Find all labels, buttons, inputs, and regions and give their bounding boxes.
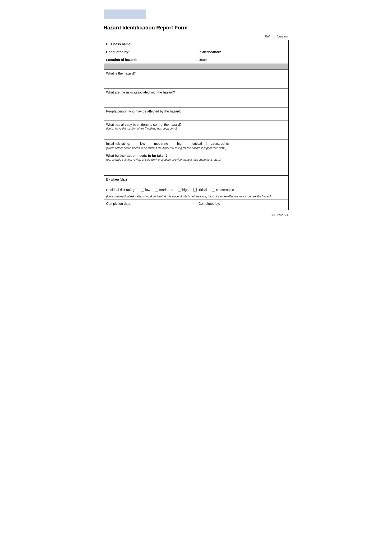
res-risk-low-checkbox[interactable] [141, 188, 144, 191]
completed-by-cell: Completed by: [196, 200, 289, 210]
further-action-label: What further action needs to be taken? [106, 154, 286, 158]
what-hazard-cell: What is the hazard? [104, 70, 288, 88]
control-done-note: (Note: leave this section blank if nothi… [106, 127, 286, 130]
risk-catastrophic-checkbox[interactable] [207, 142, 210, 145]
risks-label: What are the risks associated with the h… [106, 90, 175, 94]
page-title: Hazard Identification Report Form [104, 25, 289, 31]
risk-moderate-checkbox[interactable] [150, 142, 153, 145]
ref-label: Ref: [265, 35, 271, 38]
res-risk-moderate-checkbox[interactable] [155, 188, 158, 191]
residual-note-row: (Note: the residual risk rating should b… [104, 194, 288, 200]
res-risk-critical-checkbox[interactable] [193, 188, 197, 191]
what-hazard-row: What is the hazard? [104, 70, 288, 88]
date-cell: Date: [196, 56, 289, 64]
conducted-by-label: Conducted by: [106, 50, 129, 54]
risk-high-item: high [173, 142, 183, 146]
conducted-by-cell: Conducted by: [104, 48, 196, 56]
completion-date-cell: Completion date: [104, 200, 196, 210]
res-risk-catastrophic-label: catastrophic [216, 188, 234, 192]
residual-risk-label: Residual risk rating: [106, 188, 135, 192]
residual-risk-row: Residual risk rating: low moderate high … [104, 186, 288, 194]
risk-low-item: low [136, 142, 145, 146]
initial-risk-label: Initial risk rating: [106, 142, 130, 146]
location-date-row: Location of hazard: Date: [104, 56, 288, 64]
version-label: Version: [278, 35, 289, 38]
control-done-label: What has already been done to control th… [106, 123, 286, 126]
risk-moderate-item: moderate [150, 142, 168, 146]
res-risk-low-label: low [145, 188, 150, 192]
what-hazard-label: What is the hazard? [106, 71, 136, 75]
further-action-cell: What further action needs to be taken? (… [104, 152, 288, 175]
people-row: People/person who may be affected by the… [104, 108, 288, 121]
risk-moderate-label: moderate [154, 142, 168, 146]
residual-note-text: (Note: the residual risk rating should b… [106, 195, 272, 198]
completed-by-label: Completed by: [199, 202, 220, 205]
res-risk-moderate-item: moderate [155, 188, 173, 192]
in-attendance-label: In attendance: [199, 50, 221, 54]
form-table: Business name: Conducted by: In attendan… [104, 40, 289, 210]
res-risk-moderate-label: moderate [159, 188, 173, 192]
initial-risk-note: (Note: further action needs to be taken … [106, 146, 286, 150]
initial-risk-cell: Initial risk rating: low moderate high c… [104, 140, 288, 152]
res-risk-high-checkbox[interactable] [178, 188, 181, 191]
completion-date-label: Completion date: [106, 202, 131, 205]
grey-separator-cell [104, 64, 288, 70]
res-risk-low-item: low [141, 188, 150, 192]
by-when-row: By when (date): [104, 175, 288, 186]
risk-low-checkbox[interactable] [136, 142, 139, 145]
date-label: Date: [199, 58, 207, 62]
res-risk-critical-item: critical [193, 188, 207, 192]
res-risk-catastrophic-item: catastrophic [212, 188, 234, 192]
risk-critical-checkbox[interactable] [188, 142, 191, 145]
people-cell: People/person who may be affected by the… [104, 108, 288, 121]
location-label: Location of hazard: [106, 58, 137, 62]
people-label: People/person who may be affected by the… [106, 110, 181, 113]
business-name-row: Business name: [104, 40, 288, 48]
risks-cell: What are the risks associated with the h… [104, 88, 288, 108]
control-done-row: What has already been done to control th… [104, 121, 288, 140]
control-done-cell: What has already been done to control th… [104, 121, 288, 140]
risk-catastrophic-item: catastrophic [207, 142, 229, 146]
completion-row: Completion date: Completed by: [104, 200, 288, 210]
further-action-sublabel: (eg. provide training, review of safe wo… [106, 158, 286, 161]
conducted-attendance-row: Conducted by: In attendance: [104, 48, 288, 56]
residual-note-cell: (Note: the residual risk rating should b… [104, 194, 288, 200]
risk-catastrophic-label: catastrophic [211, 142, 229, 146]
by-when-label: By when (date): [106, 177, 129, 181]
further-action-row: What further action needs to be taken? (… [104, 152, 288, 175]
business-name-label: Business name: [106, 42, 132, 46]
residual-risk-options: Residual risk rating: low moderate high … [106, 188, 286, 192]
initial-risk-row: Initial risk rating: low moderate high c… [104, 140, 288, 152]
logo-placeholder [104, 9, 146, 19]
grey-separator-row [104, 64, 288, 70]
ref-version: Ref: Version: [104, 35, 289, 38]
res-risk-catastrophic-checkbox[interactable] [212, 188, 215, 191]
risk-high-checkbox[interactable] [173, 142, 176, 145]
risk-critical-item: critical [188, 142, 202, 146]
res-risk-critical-label: critical [198, 188, 207, 192]
footer-id: A10692774 [104, 213, 289, 217]
res-risk-high-label: high [182, 188, 189, 192]
initial-risk-options: Initial risk rating: low moderate high c… [106, 142, 286, 146]
risk-high-label: high [177, 142, 183, 146]
location-cell: Location of hazard: [104, 56, 196, 64]
res-risk-high-item: high [178, 188, 189, 192]
residual-risk-cell: Residual risk rating: low moderate high … [104, 186, 288, 194]
risk-critical-label: critical [192, 142, 202, 146]
risk-low-label: low [140, 142, 145, 146]
business-name-cell: Business name: [104, 40, 288, 48]
by-when-cell: By when (date): [104, 175, 288, 186]
risks-row: What are the risks associated with the h… [104, 88, 288, 108]
in-attendance-cell: In attendance: [196, 48, 289, 56]
